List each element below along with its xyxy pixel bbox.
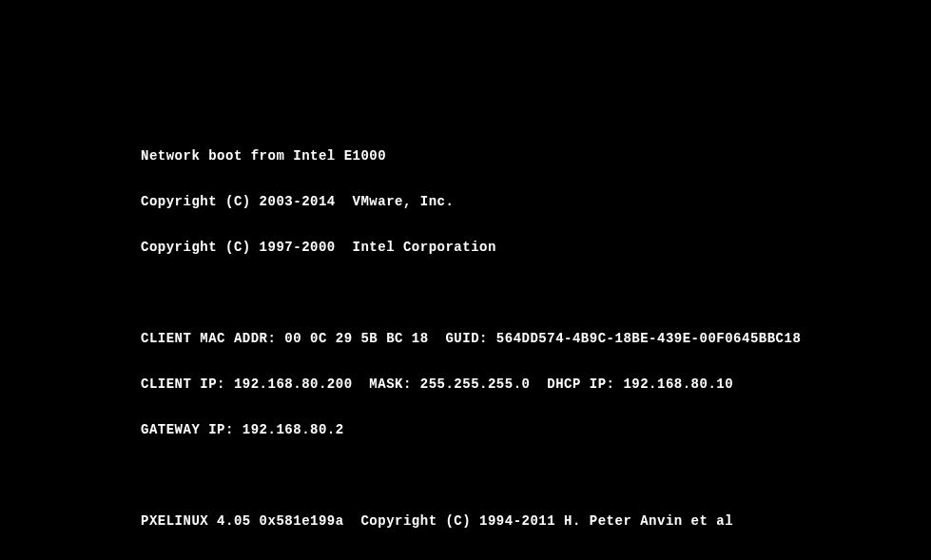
boot-line bbox=[141, 285, 912, 300]
boot-line: GATEWAY IP: 192.168.80.2 bbox=[141, 422, 912, 437]
boot-line: CLIENT MAC ADDR: 00 0C 29 5B BC 18 GUID:… bbox=[141, 331, 912, 346]
boot-line: PXELINUX 4.05 0x581e199a Copyright (C) 1… bbox=[141, 513, 912, 529]
boot-line bbox=[141, 468, 912, 483]
boot-line: Network boot from Intel E1000 bbox=[141, 148, 912, 164]
boot-line: CLIENT IP: 192.168.80.200 MASK: 255.255.… bbox=[141, 377, 912, 392]
boot-line: Copyright (C) 1997-2000 Intel Corporatio… bbox=[141, 240, 912, 255]
boot-line: Copyright (C) 2003-2014 VMware, Inc. bbox=[141, 194, 912, 209]
boot-terminal: Network boot from Intel E1000 Copyright … bbox=[0, 0, 931, 560]
